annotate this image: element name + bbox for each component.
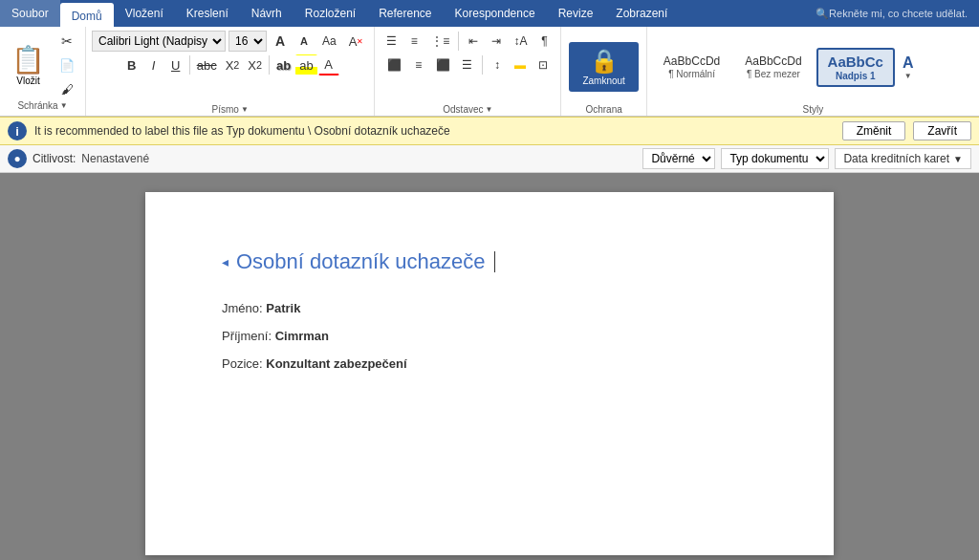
copy-button[interactable]: 📄	[54, 54, 79, 75]
menu-domu[interactable]: Domů	[60, 3, 114, 27]
lock-label: Zamknout	[582, 75, 624, 86]
fmt-separator2	[269, 55, 270, 75]
para-sep2	[482, 55, 483, 75]
protection-group: 🔒 Zamknout Ochrana	[561, 27, 646, 116]
cut-button[interactable]: ✂	[54, 31, 79, 52]
document-page[interactable]: ◂ Osobní dotazník uchazeče Jméno: Patrik…	[145, 192, 834, 555]
fmt-separator1	[189, 55, 190, 75]
sensitivity-dropdown1[interactable]: Důvěrné	[642, 148, 715, 169]
menu-revize[interactable]: Revize	[547, 0, 605, 27]
superscript-button[interactable]: X2	[244, 54, 266, 75]
info-icon: i	[8, 121, 27, 140]
font-grow-button[interactable]: A	[270, 31, 291, 52]
text-highlight-button[interactable]: ab	[295, 54, 316, 75]
font-expand[interactable]: ▼	[241, 105, 249, 114]
style-bez-mezer[interactable]: AaBbCcDd ¶ Bez mezer	[734, 50, 812, 83]
font-name-select[interactable]: Calibri Light (Nadpisy)	[92, 31, 226, 52]
bullet-list-button[interactable]: ☰	[381, 31, 402, 52]
font-shrink-button[interactable]: A	[294, 31, 315, 52]
numbered-list-button[interactable]: ≡	[403, 31, 424, 52]
sort-button[interactable]: ↕A	[509, 31, 532, 52]
doc-field-jmeno: Jméno: Patrik	[222, 301, 757, 315]
shading-button[interactable]: ▬	[510, 54, 531, 75]
font-size-select[interactable]: 16	[228, 31, 267, 52]
italic-button[interactable]: I	[143, 54, 164, 75]
doc-field-prijmeni: Příjmení: Cimrman	[222, 329, 757, 343]
subscript-button[interactable]: X2	[222, 54, 244, 75]
clipboard-group: 📋 Vložit ✂ 📄 🖌 Schránka ▼	[0, 27, 86, 116]
paragraph-group: ☰ ≡ ⋮≡ ⇤ ⇥ ↕A ¶ ⬛ ≡ ⬛ ☰ ↕ ▬	[375, 27, 561, 116]
para-sep1	[458, 32, 459, 51]
styles-more-button[interactable]: A ▼	[899, 51, 918, 84]
menu-vlozeni[interactable]: Vložení	[114, 0, 175, 27]
menu-zobrazeni[interactable]: Zobrazení	[604, 0, 679, 27]
align-left-button[interactable]: ⬛	[382, 54, 406, 75]
align-justify-button[interactable]: ☰	[457, 54, 478, 75]
lock-icon: 🔒	[590, 48, 619, 75]
paragraph-expand[interactable]: ▼	[486, 105, 493, 114]
menu-bar: Soubor Domů Vložení Kreslení Návrh Rozlo…	[0, 0, 979, 27]
document-area: ◂ Osobní dotazník uchazeče Jméno: Patrik…	[0, 173, 979, 560]
font-color-button[interactable]: A	[318, 54, 339, 75]
format-painter-button[interactable]: 🖌	[54, 78, 79, 99]
sensitivity-bar: ● Citlivost: Nenastavené Důvěrné Typ dok…	[0, 145, 979, 173]
decrease-indent-button[interactable]: ⇤	[463, 31, 484, 52]
lock-button[interactable]: 🔒 Zamknout	[569, 42, 638, 92]
align-center-button[interactable]: ≡	[408, 54, 429, 75]
sensitivity-tag[interactable]: Data kreditních karet ▼	[835, 148, 971, 169]
style-normal[interactable]: AaBbCcDd ¶ Normální	[653, 50, 730, 83]
text-effect-button[interactable]: ab	[272, 54, 294, 75]
sensitivity-value: Nenastavené	[81, 152, 149, 165]
info-text: It is recommended to label this file as …	[34, 124, 835, 138]
style-nadpis1[interactable]: AaBbCc Nadpis 1	[816, 48, 895, 87]
increase-indent-button[interactable]: ⇥	[486, 31, 507, 52]
paragraph-group-label: Odstavec ▼	[381, 103, 555, 116]
align-right-button[interactable]: ⬛	[431, 54, 455, 75]
search-bar[interactable]: 🔍 Rekněte mi, co chcete udělat.	[804, 0, 979, 27]
font-group-label: Písmo ▼	[92, 103, 368, 116]
title-arrow-icon: ◂	[222, 254, 228, 269]
underline-button[interactable]: U	[165, 54, 186, 75]
menu-korespondence[interactable]: Korespondence	[444, 0, 547, 27]
menu-kresleni[interactable]: Kreslení	[175, 0, 240, 27]
change-button[interactable]: Změnit	[842, 121, 906, 140]
pilcrow-button[interactable]: ¶	[533, 31, 555, 52]
ribbon: 📋 Vložit ✂ 📄 🖌 Schránka ▼	[0, 27, 979, 117]
paste-button[interactable]: 📋 Vložit	[6, 40, 51, 90]
sensitivity-icon: ●	[8, 149, 27, 168]
clipboard-expand[interactable]: ▼	[60, 101, 68, 110]
styles-label: Styly	[653, 103, 973, 116]
sensitivity-label: Citlivost:	[33, 152, 76, 165]
font-group: Calibri Light (Nadpisy) 16 A A Aa A✕ B I…	[86, 27, 375, 116]
doc-field-pozice: Pozice: Konzultant zabezpečení	[222, 356, 757, 371]
menu-rozlozeni[interactable]: Rozložení	[294, 0, 367, 27]
info-bar: i It is recommended to label this file a…	[0, 117, 979, 145]
close-info-button[interactable]: Zavřít	[913, 121, 971, 140]
document-title: ◂ Osobní dotazník uchazeče	[222, 249, 757, 274]
font-case-button[interactable]: Aa	[317, 31, 341, 52]
styles-group: AaBbCcDd ¶ Normální AaBbCcDd ¶ Bez mezer…	[647, 27, 979, 116]
clear-format-button[interactable]: A✕	[344, 31, 369, 52]
menu-soubor[interactable]: Soubor	[0, 0, 60, 27]
menu-navrh[interactable]: Návrh	[240, 0, 294, 27]
menu-reference[interactable]: Reference	[367, 0, 443, 27]
bold-button[interactable]: B	[121, 54, 142, 75]
protection-label: Ochrana	[567, 103, 640, 116]
sensitivity-dropdown2[interactable]: Typ dokumentu	[721, 148, 829, 169]
strikethrough-button[interactable]: abc	[193, 54, 221, 75]
border-button[interactable]: ⊡	[533, 54, 554, 75]
multilevel-list-button[interactable]: ⋮≡	[426, 31, 454, 52]
line-spacing-button[interactable]: ↕	[487, 54, 508, 75]
